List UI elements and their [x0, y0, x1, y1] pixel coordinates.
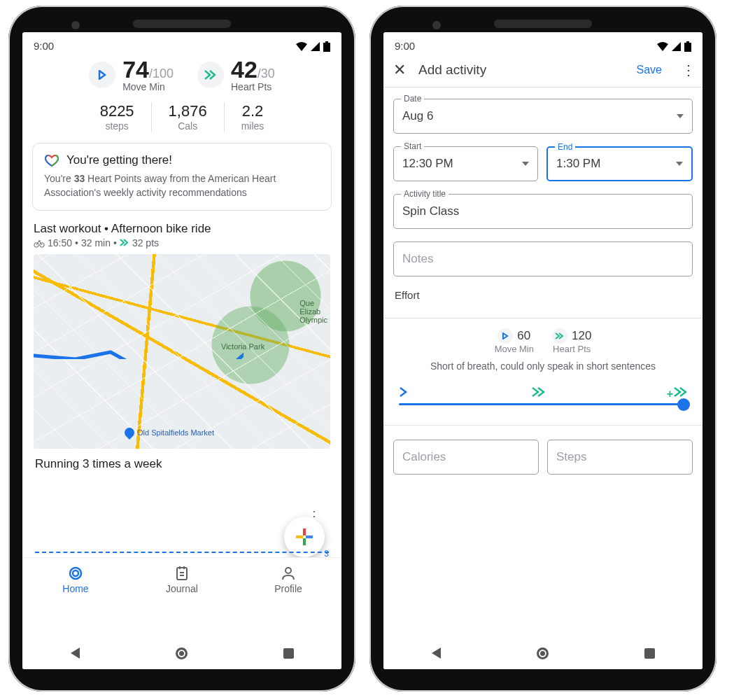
end-label: End — [555, 142, 575, 152]
android-navbar — [22, 637, 341, 669]
phone-speaker — [494, 20, 592, 28]
metric-miles: 2.2miles — [225, 102, 281, 132]
effort-description: Short of breath, could only speak in sho… — [404, 360, 682, 374]
phone-frame-left: 9:00 74/100 Move Min — [8, 6, 355, 692]
slider-level-1-icon — [399, 386, 407, 400]
nav-recent-button[interactable] — [644, 648, 655, 659]
move-min-label: Move Min — [122, 81, 174, 92]
heart-pts-goal[interactable]: 42/30 Heart Pts — [197, 57, 275, 92]
svg-rect-4 — [303, 528, 306, 536]
tab-journal-label: Journal — [129, 583, 235, 594]
start-time-field[interactable]: Start 12:30 PM — [393, 146, 538, 181]
wifi-icon — [656, 42, 669, 52]
calories-field[interactable]: Calories — [393, 440, 539, 475]
slider-thumb[interactable] — [677, 398, 690, 411]
date-value: Aug 6 — [402, 109, 433, 123]
end-time-field[interactable]: End 1:30 PM — [546, 146, 693, 181]
effort-section-label: Effort — [395, 289, 691, 301]
move-min-max: /100 — [149, 66, 174, 80]
dropdown-caret-icon — [677, 114, 684, 118]
close-button[interactable]: ✕ — [390, 61, 409, 79]
battery-icon — [684, 41, 691, 52]
svg-point-11 — [285, 568, 291, 573]
nav-home-button[interactable] — [176, 648, 188, 659]
overflow-menu-button[interactable]: ⋮ — [682, 62, 696, 78]
last-workout-title[interactable]: Last workout • Afternoon bike ride — [34, 222, 330, 236]
progress-card[interactable]: You're getting there! You're 33 Heart Po… — [32, 143, 332, 211]
plus-icon — [295, 527, 314, 547]
card-body: You're 33 Heart Points away from the Ame… — [44, 172, 320, 200]
workout-map[interactable]: Victoria Park Que Elizab Olympic Old Spi… — [34, 254, 330, 449]
move-min-goal[interactable]: 74/100 Move Min — [89, 57, 174, 92]
map-pin-icon — [122, 426, 136, 440]
date-label: Date — [401, 94, 424, 104]
svg-rect-10 — [177, 568, 187, 580]
nav-home-button[interactable] — [537, 648, 549, 659]
activity-title-label: Activity title — [401, 189, 449, 199]
running-progress-line — [35, 552, 329, 553]
bottom-tabs: Home Journal Profile — [22, 557, 341, 605]
effort-slider[interactable]: + — [399, 386, 687, 405]
wifi-icon — [295, 42, 308, 52]
daily-goals[interactable]: 74/100 Move Min 42/30 Heart Pts — [22, 53, 341, 143]
screen-right: 9:00 ✕ Add activity Save ⋮ Date Aug 6 — [383, 32, 703, 669]
svg-rect-0 — [323, 43, 330, 52]
map-label-olympic: Que Elizab Olympic — [299, 299, 327, 324]
screen-left: 9:00 74/100 Move Min — [22, 32, 341, 669]
status-bar: 9:00 — [383, 32, 703, 53]
move-min-icon — [89, 62, 115, 88]
heart-pts-max: /30 — [257, 66, 275, 80]
notes-placeholder: Notes — [402, 252, 433, 266]
cell-icon — [672, 42, 682, 52]
start-label: Start — [401, 141, 424, 151]
tab-profile-label: Profile — [235, 583, 341, 594]
heart-pts-value: 42 — [231, 56, 257, 83]
svg-point-8 — [70, 568, 81, 579]
move-min-icon — [497, 328, 513, 344]
status-bar: 9:00 — [22, 32, 341, 53]
activity-title-field[interactable]: Activity title Spin Class — [393, 194, 693, 229]
slider-level-2-icon — [531, 386, 545, 400]
steps-field[interactable]: Steps — [547, 440, 693, 475]
heart-pts-small-icon — [120, 239, 129, 246]
tab-profile[interactable]: Profile — [235, 558, 341, 605]
move-min-value: 74 — [122, 56, 149, 83]
bike-icon — [34, 238, 45, 248]
cell-icon — [311, 42, 320, 52]
metrics-row[interactable]: 8225steps 1,876Cals 2.2miles — [22, 102, 341, 140]
fit-heart-icon — [44, 153, 59, 167]
phone-speaker — [133, 20, 231, 28]
svg-rect-13 — [686, 41, 689, 43]
last-workout-subline: 16:50 • 32 min • 32 pts — [34, 237, 330, 248]
status-time: 9:00 — [395, 40, 415, 52]
journal-icon — [174, 565, 190, 582]
tab-home[interactable]: Home — [22, 558, 129, 605]
map-label-victoria: Victoria Park — [221, 342, 264, 351]
date-field[interactable]: Date Aug 6 — [393, 99, 693, 134]
effort-goals: 60 Move Min 120 Heart Pts — [383, 328, 703, 354]
running-goal-title[interactable]: Running 3 times a week — [35, 457, 329, 471]
android-navbar — [383, 637, 703, 669]
appbar-title: Add activity — [418, 62, 627, 78]
home-icon — [67, 565, 84, 582]
metric-cals: 1,876Cals — [152, 102, 225, 132]
slider-track — [399, 403, 687, 405]
notes-field[interactable]: Notes — [393, 241, 693, 276]
heart-pts-icon — [197, 62, 224, 88]
dropdown-caret-icon — [522, 162, 529, 166]
end-value: 1:30 PM — [556, 157, 600, 171]
tab-journal[interactable]: Journal — [129, 558, 235, 605]
status-icons — [656, 39, 691, 52]
phone-camera — [71, 21, 80, 29]
svg-rect-5 — [303, 538, 306, 545]
nav-back-button[interactable] — [71, 648, 80, 659]
card-title: You're getting there! — [66, 153, 172, 167]
calories-placeholder: Calories — [402, 450, 446, 464]
activity-title-value: Spin Class — [402, 204, 459, 218]
heart-pts-icon — [552, 328, 567, 344]
effort-move-min: 60 Move Min — [495, 328, 534, 354]
nav-recent-button[interactable] — [283, 648, 294, 659]
svg-rect-12 — [684, 43, 691, 52]
save-button[interactable]: Save — [637, 64, 662, 76]
nav-back-button[interactable] — [432, 648, 441, 659]
